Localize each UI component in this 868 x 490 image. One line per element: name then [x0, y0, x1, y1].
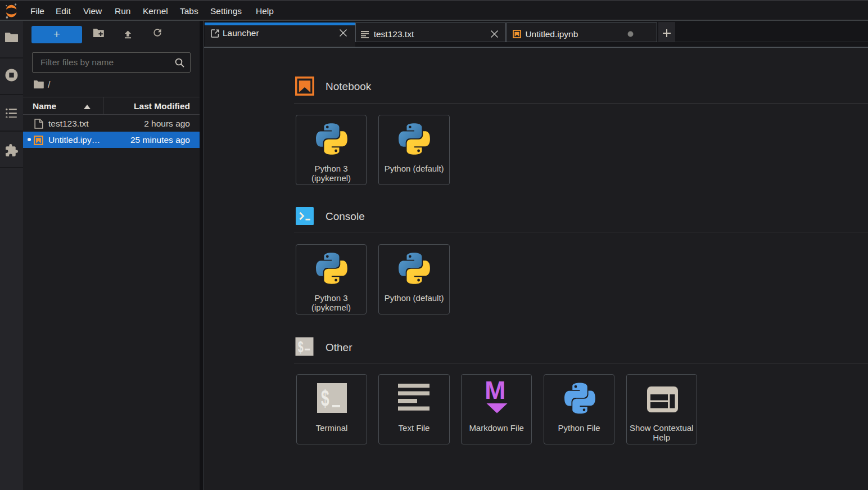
svg-text:M: M: [485, 377, 506, 404]
svg-text:$: $: [298, 338, 304, 355]
svg-text:$: $: [321, 385, 329, 411]
